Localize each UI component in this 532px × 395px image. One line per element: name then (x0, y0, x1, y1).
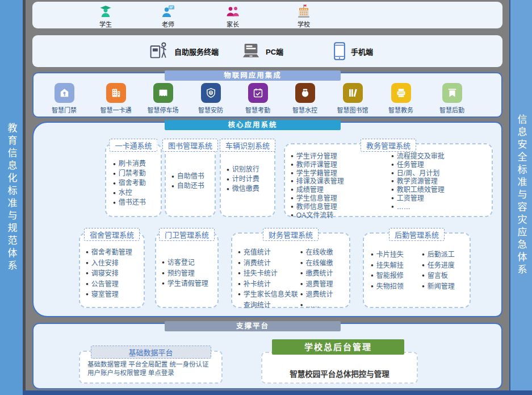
iot-logistics: 智慧后勤 (428, 83, 476, 114)
teacher-icon (161, 4, 175, 19)
right-sidebar-label: 信息安全标准与容灾应急体系 (514, 114, 529, 277)
list-item: 预约管理 (162, 268, 208, 279)
banner-icon (446, 87, 458, 99)
iot-academic: 智慧教务 (377, 83, 425, 114)
list-item: 教师信息管理 (291, 203, 391, 211)
kiosk-icon (149, 41, 169, 61)
list-item: 自助借书 (171, 172, 204, 181)
item-list: 宿舍考勤管理入住安排调寝安排公告管理寝室管理 (86, 247, 132, 300)
list-item: …… (300, 300, 349, 311)
school-admin-title: 学校总后台管理 (272, 339, 404, 355)
list-item: 留言板 (422, 271, 470, 281)
iot-library: 智慧图书馆 (329, 83, 376, 114)
iot-door-access: 智慧门禁 (40, 83, 88, 114)
item-list: 充值统计消费统计挂失卡统计补卡统计学生家长信息关联查询统计 (238, 247, 300, 310)
list-item: 自助还书 (171, 181, 204, 191)
item-list: 学生评分管理教师评课管理学生学籍管理排课及课表管理成绩管理学生信息管理教师信息管… (291, 152, 391, 219)
list-item: 访客登记 (162, 257, 208, 268)
list-item: …… (391, 203, 492, 211)
terminal-label: 自助服务终端 (174, 46, 219, 57)
item-list: 卡片挂失挂失解挂智能报修失物招领 (371, 250, 422, 292)
building-card-icon (110, 87, 122, 99)
smart-campus-architecture-diagram: 教育信息化标准与规范体系 信息安全标准与容灾应急体系 学生 老师 (0, 0, 532, 395)
iot-section-header: 物联网应用集成 (165, 70, 341, 81)
user-teacher: 老师 (150, 4, 186, 28)
left-divider (23, 0, 26, 395)
list-item: 水控 (113, 188, 146, 198)
list-item: 充值统计 (238, 247, 300, 258)
subsystem-card-onecard: 一卡通系统 刷卡消费门禁考勤宿舍考勤水控借书还书 (105, 143, 162, 217)
printer-icon (395, 87, 407, 99)
list-item: 流程提交及审批 (391, 152, 492, 161)
left-sidebar-label: 教育信息化标准与规范体系 (5, 123, 19, 273)
subsystem-card-library: 图书管理系统 自助借书自助还书 (165, 143, 216, 217)
list-item: 补卡统计 (238, 279, 300, 290)
list-item: 在线催缴 (300, 258, 349, 269)
school-icon (296, 4, 311, 19)
item-list: 在线收缴在线催缴缴费统计退费管理退费统计…… (300, 247, 349, 310)
student-icon (98, 4, 113, 19)
calendar-check-icon (252, 87, 264, 99)
list-item: 调寝安排 (86, 268, 132, 279)
phone-icon (333, 41, 346, 61)
list-item: 教职工绩效管理 (391, 186, 492, 194)
list-item: 成绩管理 (291, 186, 391, 194)
core-section-header: 核心应用系统 (165, 120, 341, 130)
water-jar-icon (299, 87, 311, 99)
item-list: 自助借书自助还书 (171, 172, 204, 191)
list-item: 工资管理 (391, 194, 492, 203)
base-platform-line: 用户账户与权限管理 单点登录 (87, 369, 217, 377)
list-item: 公告管理 (86, 279, 132, 290)
user-school: 学校 (286, 4, 322, 28)
list-item: 任务管理 (391, 161, 492, 169)
list-item: 排课及课表管理 (291, 177, 391, 186)
list-item: 刷卡消费 (113, 159, 146, 169)
list-item: 学生请假管理 (162, 278, 208, 289)
list-item: 计时计费 (227, 174, 259, 184)
iot-label: 智慧教务 (377, 105, 425, 114)
subsystem-card-dormitory: 宿舍管理系统 宿舍考勤管理入住安排调寝安排公告管理寝室管理 (79, 232, 145, 308)
subsystem-title: 后勤管理系统 (389, 228, 445, 241)
iot-security: 智慧安防 (187, 83, 234, 114)
list-item: 学生学籍管理 (291, 169, 391, 178)
user-label: 学校 (286, 19, 322, 28)
list-item: 识别放行 (227, 165, 259, 174)
shield-icon (205, 87, 217, 99)
list-item: 学生信息管理 (291, 194, 391, 203)
subsystem-title: 车辆识别系统 (220, 139, 275, 152)
item-list: 访客登记预约管理学生请假管理 (162, 257, 208, 289)
list-item: 在线收缴 (300, 247, 349, 258)
list-item: OA文件流转 (291, 211, 391, 220)
terminal-label: 手机端 (351, 46, 373, 57)
list-item: 门禁考勤 (113, 169, 146, 178)
list-item: 借书还书 (113, 198, 146, 207)
iot-parking: 智慧停车场 (139, 83, 187, 114)
subsystem-card-logistics: 后勤管理系统 卡片挂失挂失解挂智能报修失物招领 后勤派工任务进度留言板新闻管理 (363, 232, 471, 308)
list-item: 微信缴费 (227, 184, 259, 194)
subsystem-card-vehicle: 车辆识别系统 识别放行计时计费微信缴费 (220, 143, 275, 217)
parking-card-icon (157, 87, 169, 99)
list-item: 消费统计 (238, 258, 300, 269)
list-item: 新闻管理 (422, 281, 470, 292)
iot-label: 智慧水控 (281, 105, 329, 114)
user-student: 学生 (87, 4, 124, 28)
user-label: 老师 (150, 19, 186, 28)
support-band: 基础数据平台 基础数据管理 平台全局配置 统一身份认证 用户账户与权限管理 单点… (32, 323, 502, 389)
list-item: 后勤派工 (422, 250, 470, 260)
iot-water: 智慧水控 (281, 83, 329, 114)
books-icon (347, 87, 359, 99)
list-item: 退费统计 (300, 289, 349, 300)
subsystem-card-finance: 财务管理系统 充值统计消费统计挂失卡统计补卡统计学生家长信息关联查询统计 在线收… (231, 232, 350, 308)
list-item: 智能报修 (371, 271, 422, 281)
base-platform-line: 基础数据管理 平台全局配置 统一身份认证 (87, 360, 217, 369)
list-item: 入住安排 (86, 258, 132, 269)
iot-attendance: 智慧考勤 (234, 83, 282, 114)
core-band: 一卡通系统 刷卡消费门禁考勤宿舍考勤水控借书还书 图书管理系统 自助借书自助还书… (32, 122, 502, 317)
parents-icon (225, 4, 240, 19)
bottom-strip (0, 390, 532, 395)
user-label: 学生 (87, 19, 124, 28)
list-item: 学生评分管理 (291, 152, 391, 161)
subsystem-title: 门卫管理系统 (159, 228, 215, 241)
list-item: 任务进度 (422, 260, 470, 271)
iot-label: 智慧图书馆 (329, 105, 376, 114)
